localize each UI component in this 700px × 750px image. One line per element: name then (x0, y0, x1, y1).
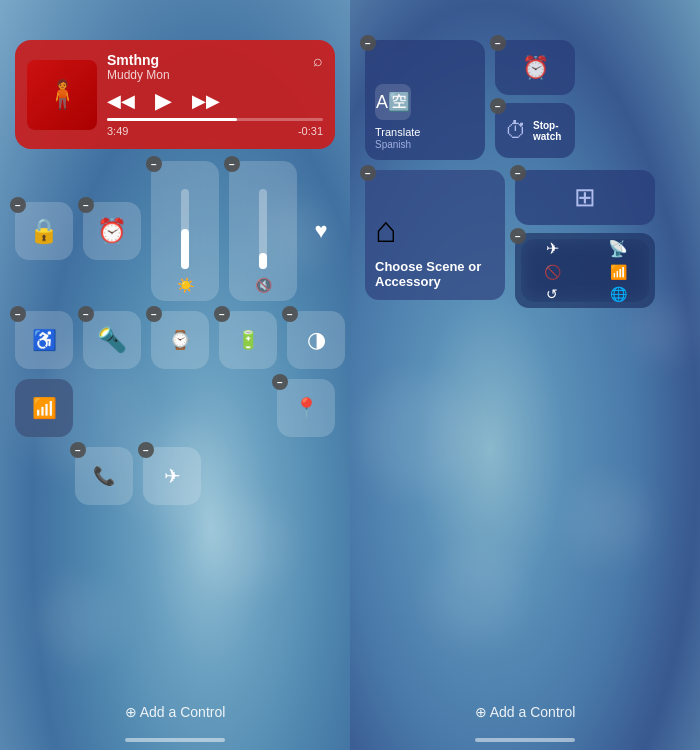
timer-tile[interactable]: − ⏱ Stop-watch (495, 103, 575, 158)
right-col-bottom: − ⊞ − ✈ 📡 🚫 📶 ↺ 🌐 (515, 170, 655, 308)
minus-badge[interactable]: − (138, 442, 154, 458)
accessibility-tile[interactable]: − ♿ (15, 311, 73, 369)
translate-tile[interactable]: − A🈳 Translate Spanish (365, 40, 485, 160)
right-phone-panel: − A🈳 Translate Spanish − ⏰ − ⏱ Stop-watc… (350, 0, 700, 750)
relay-tile[interactable]: − 📞 (75, 447, 133, 505)
home-indicator-left (125, 738, 225, 742)
qr-tile[interactable]: − ⊞ (515, 170, 655, 225)
album-art: 🧍 (27, 60, 97, 130)
heart-area: ♥ (307, 218, 335, 244)
wifi-cluster-icon: 📡 (587, 239, 649, 259)
clock-tile[interactable]: − ⏰ (83, 202, 141, 260)
minus-badge[interactable]: − (214, 306, 230, 322)
location-tile[interactable]: − 📍 (277, 379, 335, 437)
volume-slider[interactable]: 🔇 (229, 161, 297, 301)
minus-badge[interactable]: − (10, 197, 26, 213)
flashlight-tile[interactable]: − 🔦 (83, 311, 141, 369)
airplane-cluster-icon: ✈ (521, 239, 583, 259)
brightness-fill (181, 229, 189, 269)
alarm-tile[interactable]: − ⏰ (495, 40, 575, 95)
flashlight-icon: 🔦 (97, 326, 127, 354)
progress-fill (107, 118, 237, 121)
brightness-track (181, 189, 189, 269)
contrast-tile[interactable]: − ◑ (287, 311, 345, 369)
timer-icon: ⏱ (505, 118, 527, 144)
brightness-tile[interactable]: − ☀️ (151, 161, 219, 301)
alarm-icon: ⏰ (522, 55, 549, 81)
music-artist: Muddy Mon (107, 68, 323, 82)
wifi-icon: 📶 (32, 396, 57, 420)
home-indicator-right (475, 738, 575, 742)
minus-badge[interactable]: − (490, 98, 506, 114)
volume-tile[interactable]: − 🔇 (229, 161, 297, 301)
minus-badge[interactable]: − (360, 165, 376, 181)
rp-row-1: − A🈳 Translate Spanish − ⏰ − ⏱ Stop-watc… (365, 40, 685, 160)
music-controls[interactable]: ◀◀ ▶ ▶▶ (107, 88, 323, 114)
controls-row-4: 📶 − 📍 (15, 379, 335, 437)
airplane-tile[interactable]: − ✈ (143, 447, 201, 505)
battery-tile[interactable]: − 🔋 (219, 311, 277, 369)
minus-badge[interactable]: − (490, 35, 506, 51)
heart-icon: ♥ (314, 218, 327, 244)
contrast-icon: ◑ (307, 327, 326, 353)
controls-row-2: − 🔒 − ⏰ − ☀️ − (15, 161, 335, 301)
watch-tile[interactable]: − ⌚ (151, 311, 209, 369)
controls-row-3: − ♿ − 🔦 − ⌚ − 🔋 − ◑ (15, 311, 335, 369)
accessibility-icon: ♿ (32, 328, 57, 352)
minus-badge[interactable]: − (272, 374, 288, 390)
connectivity-cluster-tile[interactable]: − ✈ 📡 🚫 📶 ↺ 🌐 (515, 233, 655, 308)
add-control-right[interactable]: ⊕ Add a Control (475, 704, 576, 720)
minus-badge[interactable]: − (510, 165, 526, 181)
home-icon: ⌂ (375, 209, 397, 251)
progress-bar[interactable] (107, 118, 323, 121)
translate-sublabel: Spanish (375, 139, 411, 150)
prev-button[interactable]: ◀◀ (107, 90, 135, 112)
translate-icon-wrap: A🈳 (375, 84, 411, 120)
earth-icon: 🌐 (587, 286, 649, 302)
music-time: 3:49 -0:31 (107, 125, 323, 137)
right-col-top: − ⏰ − ⏱ Stop-watch (495, 40, 575, 160)
airplay-icon[interactable]: ⌕ (313, 52, 323, 70)
minus-badge[interactable]: − (10, 306, 26, 322)
qr-icon: ⊞ (574, 182, 596, 213)
play-button[interactable]: ▶ (155, 88, 172, 114)
relay-icon: 📞 (93, 465, 115, 487)
volume-fill (259, 253, 267, 269)
choose-scene-tile[interactable]: − ⌂ Choose Scene or Accessory (365, 170, 505, 300)
choose-scene-label: Choose Scene or Accessory (375, 259, 495, 290)
minus-badge[interactable]: − (360, 35, 376, 51)
clock-icon: ⏰ (97, 217, 127, 245)
location-icon: 📍 (294, 396, 319, 420)
add-control-left[interactable]: ⊕ Add a Control (125, 704, 226, 720)
relay-cluster-icon: ↺ (521, 286, 583, 302)
translate-label: Translate (375, 126, 420, 139)
right-panel-grid: − A🈳 Translate Spanish − ⏰ − ⏱ Stop-watc… (365, 40, 685, 318)
no-wifi-icon: 🚫 (521, 263, 583, 283)
volume-track (259, 189, 267, 269)
minus-badge[interactable]: − (224, 156, 240, 172)
minus-badge[interactable]: − (282, 306, 298, 322)
translate-icon: A🈳 (376, 91, 410, 113)
rp-row-2: − ⌂ Choose Scene or Accessory − ⊞ − ✈ 📡 … (365, 170, 685, 308)
minus-badge[interactable]: − (510, 228, 526, 244)
controls-row-5: − 📞 − ✈ (15, 447, 335, 505)
time-remaining: -0:31 (298, 125, 323, 137)
airplane-icon: ✈ (164, 464, 181, 488)
watch-icon: ⌚ (169, 329, 191, 351)
lock-rotation-tile[interactable]: − 🔒 (15, 202, 73, 260)
next-button[interactable]: ▶▶ (192, 90, 220, 112)
minus-badge[interactable]: − (78, 306, 94, 322)
music-player-card[interactable]: 🧍 Smthng Muddy Mon ◀◀ ▶ ▶▶ 3:49 -0:31 ⌕ (15, 40, 335, 149)
time-elapsed: 3:49 (107, 125, 128, 137)
minus-badge[interactable]: − (146, 156, 162, 172)
lock-icon: 🔒 (29, 217, 59, 245)
wifi-tile[interactable]: 📶 (15, 379, 73, 437)
minus-badge[interactable]: − (70, 442, 86, 458)
stopwatch-label: Stop-watch (533, 120, 565, 142)
battery-icon: 🔋 (237, 329, 259, 351)
brightness-slider[interactable]: ☀️ (151, 161, 219, 301)
left-phone-panel: 🧍 Smthng Muddy Mon ◀◀ ▶ ▶▶ 3:49 -0:31 ⌕ (0, 0, 350, 750)
minus-badge[interactable]: − (146, 306, 162, 322)
music-info: Smthng Muddy Mon ◀◀ ▶ ▶▶ 3:49 -0:31 (107, 52, 323, 137)
minus-badge[interactable]: − (78, 197, 94, 213)
